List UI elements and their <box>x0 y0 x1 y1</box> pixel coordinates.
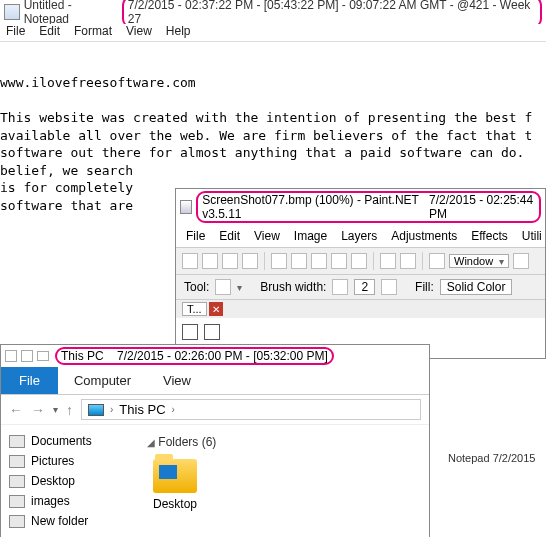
notepad-menu-view[interactable]: View <box>126 24 152 41</box>
notepad-title-prefix: Untitled - Notepad <box>24 0 118 26</box>
new-icon[interactable] <box>182 253 198 269</box>
brush-width-label: Brush width: <box>260 280 326 294</box>
paste-icon[interactable] <box>311 253 327 269</box>
explorer-window: This PC 7/2/2015 - 02:26:00 PM - [05:32:… <box>0 344 430 537</box>
redo-icon[interactable] <box>400 253 416 269</box>
sidebar-item-desktop[interactable]: Desktop <box>9 471 133 491</box>
paint-menu-view[interactable]: View <box>254 229 280 243</box>
explorer-title-clock: 7/2/2015 - 02:26:00 PM - [05:32:00 PM] <box>117 349 328 363</box>
paint-menu-layers[interactable]: Layers <box>341 229 377 243</box>
qa-checkbox-icon[interactable] <box>5 350 17 362</box>
qa-dropdown-icon[interactable] <box>37 351 49 361</box>
explorer-title: This PC <box>61 349 104 363</box>
paint-menu-effects[interactable]: Effects <box>471 229 507 243</box>
notepad-menu-edit[interactable]: Edit <box>39 24 60 41</box>
folders-header: Folders (6) <box>158 435 216 449</box>
paint-menu-image[interactable]: Image <box>294 229 327 243</box>
address-bar[interactable]: › This PC › <box>81 399 421 420</box>
ribbon-file-tab[interactable]: File <box>1 367 58 394</box>
notepad-menu-file[interactable]: File <box>6 24 25 41</box>
brush-tool-icon[interactable] <box>215 279 231 295</box>
documents-icon <box>9 435 25 448</box>
nav-recent-icon[interactable]: ▾ <box>53 404 58 415</box>
deselect-icon[interactable] <box>351 253 367 269</box>
large-folder-icon <box>153 459 197 493</box>
explorer-sidebar: Documents Pictures Desktop images New fo… <box>1 425 141 537</box>
open-icon[interactable] <box>202 253 218 269</box>
brush-plus-icon[interactable] <box>381 279 397 295</box>
toolbar-extra-icon[interactable] <box>513 253 529 269</box>
undo-icon[interactable] <box>380 253 396 269</box>
brush-minus-icon[interactable] <box>332 279 348 295</box>
crop-icon[interactable] <box>331 253 347 269</box>
paintnet-app-icon <box>180 200 192 214</box>
sidebar-item-documents[interactable]: Documents <box>9 431 133 451</box>
sidebar-item-pictures[interactable]: Pictures <box>9 451 133 471</box>
notepad-app-icon <box>4 4 20 20</box>
ribbon-view-tab[interactable]: View <box>147 367 207 394</box>
pointer-tool-icon[interactable] <box>204 324 220 340</box>
nav-forward-icon[interactable]: → <box>31 402 45 418</box>
paint-menu-utilities[interactable]: Utili <box>522 229 542 243</box>
paintnet-title: ScreenShot077.bmp (100%) - Paint.NET v3.… <box>202 193 421 221</box>
desktop-icon <box>9 475 25 488</box>
folder-icon <box>9 495 25 508</box>
notepad-menu-format[interactable]: Format <box>74 24 112 41</box>
tab-close-icon[interactable]: ✕ <box>209 302 223 316</box>
collapse-icon[interactable]: ◢ <box>147 437 155 448</box>
paint-menu-adjustments[interactable]: Adjustments <box>391 229 457 243</box>
paintnet-window: ScreenShot077.bmp (100%) - Paint.NET v3.… <box>175 188 546 359</box>
cut-icon[interactable] <box>271 253 287 269</box>
zoom-icon[interactable] <box>429 253 445 269</box>
folder-icon <box>9 515 25 528</box>
print-icon[interactable] <box>242 253 258 269</box>
fill-label: Fill: <box>415 280 434 294</box>
copy-icon[interactable] <box>291 253 307 269</box>
folder-desktop[interactable]: Desktop <box>147 453 203 517</box>
select-tool-icon[interactable] <box>182 324 198 340</box>
window-dropdown[interactable]: Window▾ <box>449 254 509 268</box>
save-icon[interactable] <box>222 253 238 269</box>
paint-menu-file[interactable]: File <box>186 229 205 243</box>
qa-properties-icon[interactable] <box>21 350 33 362</box>
notepad-menu-help[interactable]: Help <box>166 24 191 41</box>
paint-menu-edit[interactable]: Edit <box>219 229 240 243</box>
breadcrumb[interactable]: This PC <box>119 402 165 417</box>
image-tab[interactable]: T... <box>182 302 207 316</box>
nav-up-icon[interactable]: ↑ <box>66 402 73 418</box>
brush-width-value[interactable]: 2 <box>354 279 375 295</box>
this-pc-icon <box>88 404 104 416</box>
nav-back-icon[interactable]: ← <box>9 402 23 418</box>
sidebar-item-images[interactable]: images <box>9 491 133 511</box>
fill-dropdown[interactable]: Solid Color <box>440 279 513 295</box>
tool-label: Tool: <box>184 280 209 294</box>
sidebar-item-newfolder[interactable]: New folder <box>9 511 133 531</box>
taskbar-peek: Notepad 7/2/2015 <box>448 452 535 464</box>
paintnet-title-clock: 7/2/2015 - 02:25:44 PM <box>429 193 535 221</box>
ribbon-computer-tab[interactable]: Computer <box>58 367 147 394</box>
pictures-icon <box>9 455 25 468</box>
